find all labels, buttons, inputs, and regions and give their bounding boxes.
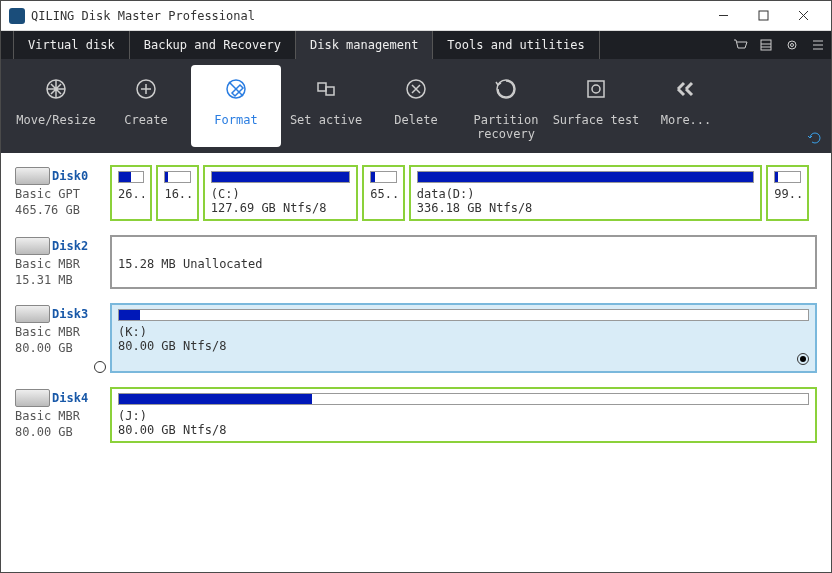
tool-label: Move/Resize: [11, 113, 101, 127]
usage-bar: [118, 309, 809, 321]
partition-sub: 80.00 GB Ntfs/8: [118, 339, 809, 353]
partition-sub: 80.00 GB Ntfs/8: [118, 423, 809, 437]
disk-row: Disk4Basic MBR80.00 GB(J:)80.00 GB Ntfs/…: [15, 387, 817, 443]
format-button[interactable]: Format: [191, 65, 281, 147]
partition[interactable]: 65...: [362, 165, 404, 221]
disk-icon: [15, 305, 50, 323]
svg-rect-19: [588, 81, 604, 97]
usage-bar: [211, 171, 351, 183]
partition[interactable]: data(D:)336.18 GB Ntfs/8: [409, 165, 763, 221]
disk-size: 80.00 GB: [15, 341, 110, 355]
disk-type: Basic MBR: [15, 325, 110, 339]
partition-recovery-icon: [461, 71, 551, 107]
toolbar: Move/ResizeCreateFormatSet activeDeleteP…: [1, 59, 831, 153]
disk-icon: [15, 237, 50, 255]
partition[interactable]: (J:)80.00 GB Ntfs/8: [110, 387, 817, 443]
disk-type: Basic GPT: [15, 187, 110, 201]
cart-icon[interactable]: [727, 31, 753, 59]
minimize-button[interactable]: [703, 2, 743, 30]
disk-size: 80.00 GB: [15, 425, 110, 439]
partition-label: (C:): [211, 187, 351, 201]
partition-area: 26...16...(C:)127.69 GB Ntfs/865...data(…: [110, 165, 817, 221]
format-icon: [191, 71, 281, 107]
svg-point-7: [788, 41, 796, 49]
partition[interactable]: (C:)127.69 GB Ntfs/8: [203, 165, 359, 221]
menubar: Virtual diskBackup and RecoveryDisk mana…: [1, 31, 831, 59]
usage-bar: [417, 171, 755, 183]
disk-size: 465.76 GB: [15, 203, 110, 217]
partition-label: (J:): [118, 409, 809, 423]
move-resize-icon: [11, 71, 101, 107]
partition[interactable]: (K:)80.00 GB Ntfs/8: [110, 303, 817, 373]
svg-point-8: [791, 44, 794, 47]
partition[interactable]: 15.28 MB Unallocated: [110, 235, 817, 289]
disk-icon: [15, 167, 50, 185]
disk-radio[interactable]: [94, 361, 106, 373]
delete-button[interactable]: Delete: [371, 65, 461, 147]
tab-disk-management[interactable]: Disk management: [295, 31, 433, 59]
tab-tools-and-utilities[interactable]: Tools and utilities: [432, 31, 599, 59]
titlebar: QILING Disk Master Professional: [1, 1, 831, 31]
more-button[interactable]: More...: [641, 65, 731, 147]
svg-rect-16: [326, 87, 334, 95]
svg-rect-15: [318, 83, 326, 91]
tab-backup-and-recovery[interactable]: Backup and Recovery: [129, 31, 296, 59]
partition-sub: 99...: [774, 187, 800, 201]
disk-name: Disk0: [52, 169, 88, 183]
partition-area: (K:)80.00 GB Ntfs/8: [110, 303, 817, 373]
disk-name: Disk2: [52, 239, 88, 253]
more-icon: [641, 71, 731, 107]
partition-sub: 65...: [370, 187, 396, 201]
partition[interactable]: 26...: [110, 165, 152, 221]
tool-label: Partitionrecovery: [461, 113, 551, 141]
tool-label: More...: [641, 113, 731, 127]
list-icon[interactable]: [753, 31, 779, 59]
svg-rect-1: [759, 11, 768, 20]
disk-type: Basic MBR: [15, 257, 110, 271]
maximize-button[interactable]: [743, 2, 783, 30]
window-title: QILING Disk Master Professional: [31, 9, 703, 23]
tool-label: Format: [191, 113, 281, 127]
partition-sub: 15.28 MB Unallocated: [118, 257, 809, 271]
partition-label: data(D:): [417, 187, 755, 201]
close-button[interactable]: [783, 2, 823, 30]
usage-bar: [164, 171, 190, 183]
create-button[interactable]: Create: [101, 65, 191, 147]
refresh-icon[interactable]: [807, 130, 823, 149]
surface-test-icon: [551, 71, 641, 107]
tool-label: Create: [101, 113, 191, 127]
partition[interactable]: 99...: [766, 165, 808, 221]
partition[interactable]: 16...: [156, 165, 198, 221]
tool-label: Surface test: [551, 113, 641, 127]
disk-type: Basic MBR: [15, 409, 110, 423]
disk-info: Disk4Basic MBR80.00 GB: [15, 387, 110, 443]
usage-bar: [774, 171, 800, 183]
app-logo: [9, 8, 25, 24]
partition-radio[interactable]: [797, 353, 809, 365]
tab-virtual-disk[interactable]: Virtual disk: [13, 31, 130, 59]
set-active-icon: [281, 71, 371, 107]
tool-label: Delete: [371, 113, 461, 127]
disk-info: Disk0Basic GPT465.76 GB: [15, 165, 110, 221]
create-icon: [101, 71, 191, 107]
disk-name: Disk4: [52, 391, 88, 405]
menu-icon[interactable]: [805, 31, 831, 59]
surface-test-button[interactable]: Surface test: [551, 65, 641, 147]
usage-bar: [118, 393, 809, 405]
set-active-button[interactable]: Set active: [281, 65, 371, 147]
disk-info: Disk3Basic MBR80.00 GB: [15, 303, 110, 373]
disk-icon: [15, 389, 50, 407]
partition-area: 15.28 MB Unallocated: [110, 235, 817, 289]
disk-row: Disk0Basic GPT465.76 GB26...16...(C:)127…: [15, 165, 817, 221]
disk-row: Disk2Basic MBR15.31 MB15.28 MB Unallocat…: [15, 235, 817, 289]
disk-list: Disk0Basic GPT465.76 GB26...16...(C:)127…: [1, 153, 831, 573]
partition-sub: 127.69 GB Ntfs/8: [211, 201, 351, 215]
settings-icon[interactable]: [779, 31, 805, 59]
disk-size: 15.31 MB: [15, 273, 110, 287]
svg-point-20: [592, 85, 600, 93]
partition-recovery-button[interactable]: Partitionrecovery: [461, 65, 551, 147]
usage-bar: [370, 171, 396, 183]
move-resize-button[interactable]: Move/Resize: [11, 65, 101, 147]
partition-sub: 26...: [118, 187, 144, 201]
partition-sub: 336.18 GB Ntfs/8: [417, 201, 755, 215]
